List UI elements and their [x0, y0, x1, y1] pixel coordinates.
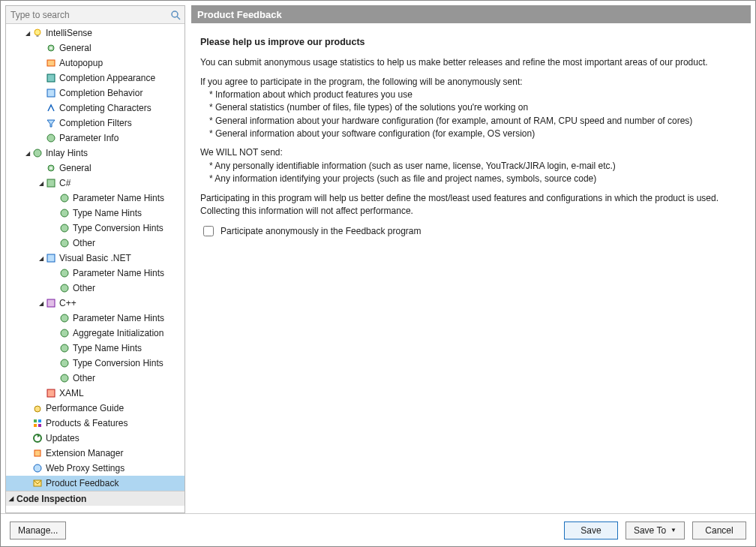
caret-expanded-icon: ◢ — [24, 150, 32, 157]
envelope-icon — [32, 477, 44, 489]
tree-label: Type Name Hints — [73, 208, 142, 218]
tree-item-product-feedback[interactable]: Product Feedback — [6, 476, 184, 491]
globe-icon — [32, 462, 44, 474]
svg-line-1 — [177, 17, 180, 20]
gear-icon — [45, 162, 57, 174]
svg-point-17 — [61, 239, 68, 247]
sidebar: ◢ IntelliSense General Autopopup Complet… — [5, 5, 185, 513]
save-label: Save — [580, 525, 601, 536]
bullet-4: * General information about your softwar… — [200, 128, 742, 140]
tree-item-completion-appearance[interactable]: Completion Appearance — [6, 71, 184, 86]
chevron-down-icon: ▼ — [670, 527, 676, 533]
tree-label: Type Conversion Hints — [73, 358, 164, 368]
tree-item-perf-guide[interactable]: Performance Guide — [6, 401, 184, 416]
svg-point-10 — [34, 149, 41, 157]
search-icon[interactable] — [170, 9, 182, 21]
svg-point-16 — [61, 224, 68, 232]
chars-icon — [45, 102, 57, 114]
tree-label: Product Feedback — [46, 478, 118, 488]
tree-label: General — [59, 43, 92, 53]
section-code-inspection[interactable]: ◢ Code Inspection — [6, 491, 184, 506]
tree-item-prod-feat[interactable]: Products & Features — [6, 416, 184, 431]
checkbox-label: Participate anonymously in the Feedback … — [220, 225, 421, 238]
caret-expanded-icon: ◢ — [24, 30, 32, 37]
tree-label: Completion Filters — [59, 118, 132, 128]
hint-icon — [58, 237, 70, 249]
tree-item-completion-behavior[interactable]: Completion Behavior — [6, 86, 184, 101]
tree-item-general[interactable]: General — [6, 41, 184, 56]
caret-expanded-icon: ◢ — [38, 300, 45, 307]
button-bar: Manage... Save Save To▼ Cancel — [1, 513, 755, 546]
tree-item-ext-mgr[interactable]: Extension Manager — [6, 446, 184, 461]
tree-item-intellisense[interactable]: ◢ IntelliSense — [6, 26, 184, 41]
tree-item-parameter-info[interactable]: Parameter Info — [6, 131, 184, 146]
svg-rect-7 — [47, 74, 55, 82]
svg-rect-27 — [47, 389, 55, 397]
participate-checkbox[interactable] — [203, 226, 214, 236]
vb-icon — [45, 252, 57, 264]
hint-icon — [58, 267, 70, 279]
tree-item-cs-param[interactable]: Parameter Name Hints — [6, 191, 184, 206]
svg-rect-8 — [47, 89, 55, 97]
behavior-icon — [45, 87, 57, 99]
svg-rect-13 — [47, 179, 55, 187]
hint-icon — [58, 222, 70, 234]
svg-rect-34 — [34, 450, 40, 456]
tree-item-cpp-param[interactable]: Parameter Name Hints — [6, 311, 184, 326]
tree-label: Completing Characters — [59, 103, 152, 113]
tree-item-cs-typeconv[interactable]: Type Conversion Hints — [6, 221, 184, 236]
hints-icon — [32, 147, 44, 159]
grid-icon — [32, 417, 44, 429]
caret-expanded-icon: ◢ — [9, 495, 16, 502]
save-button[interactable]: Save — [564, 521, 618, 539]
svg-rect-30 — [38, 419, 41, 422]
save-to-button[interactable]: Save To▼ — [626, 521, 685, 539]
tree-label: C# — [59, 178, 70, 188]
tree-label: Other — [73, 283, 95, 293]
tree-label: Autopopup — [59, 58, 103, 68]
tree-item-web-proxy[interactable]: Web Proxy Settings — [6, 461, 184, 476]
svg-point-9 — [47, 134, 55, 142]
svg-point-0 — [172, 11, 178, 17]
tree-item-autopopup[interactable]: Autopopup — [6, 56, 184, 71]
tree-item-cpp-other[interactable]: Other — [6, 371, 184, 386]
tree-item-cs-typename[interactable]: Type Name Hints — [6, 206, 184, 221]
hint-icon — [58, 372, 70, 384]
tree-item-cpp[interactable]: ◢ C++ — [6, 296, 184, 311]
manage-button[interactable]: Manage... — [10, 521, 66, 539]
tree-item-xaml[interactable]: XAML — [6, 386, 184, 401]
search-input[interactable] — [9, 9, 170, 21]
tree-item-cpp-typeconv[interactable]: Type Conversion Hints — [6, 356, 184, 371]
tree-item-completion-filters[interactable]: Completion Filters — [6, 116, 184, 131]
tree-item-inlay-hints[interactable]: ◢ Inlay Hints — [6, 146, 184, 161]
tree-label: Parameter Name Hints — [73, 193, 164, 203]
cancel-label: Cancel — [705, 525, 733, 536]
save-to-label: Save To — [634, 525, 666, 536]
tree-item-cs-other[interactable]: Other — [6, 236, 184, 251]
svg-rect-21 — [47, 299, 55, 307]
tree-item-updates[interactable]: Updates — [6, 431, 184, 446]
cancel-button[interactable]: Cancel — [692, 521, 746, 539]
svg-point-26 — [61, 374, 68, 382]
svg-point-20 — [61, 284, 68, 292]
bullet-5: * Any personally identifiable informatio… — [200, 160, 742, 173]
bullet-2: * General statistics (number of files, f… — [200, 101, 742, 114]
svg-point-2 — [34, 29, 40, 35]
svg-point-28 — [34, 406, 40, 412]
tree-item-ih-general[interactable]: General — [6, 161, 184, 176]
hint-icon — [58, 282, 70, 294]
tree-item-completing-chars[interactable]: Completing Characters — [6, 101, 184, 116]
content-p4: Participating in this program will help … — [200, 192, 742, 218]
tree-label: Inlay Hints — [46, 148, 88, 158]
svg-point-15 — [61, 209, 68, 217]
tree-item-vb-other[interactable]: Other — [6, 281, 184, 296]
tree-item-cpp-typename[interactable]: Type Name Hints — [6, 341, 184, 356]
bullet-1: * Information about which product featur… — [200, 89, 742, 101]
tree-label: Other — [73, 373, 95, 383]
tree-item-vb-param[interactable]: Parameter Name Hints — [6, 266, 184, 281]
svg-rect-32 — [38, 424, 41, 427]
svg-point-19 — [61, 269, 68, 277]
tree-item-csharp[interactable]: ◢ C# — [6, 176, 184, 191]
tree-item-vbnet[interactable]: ◢ Visual Basic .NET — [6, 251, 184, 266]
tree-item-cpp-agg[interactable]: Aggregate Initialization — [6, 326, 184, 341]
